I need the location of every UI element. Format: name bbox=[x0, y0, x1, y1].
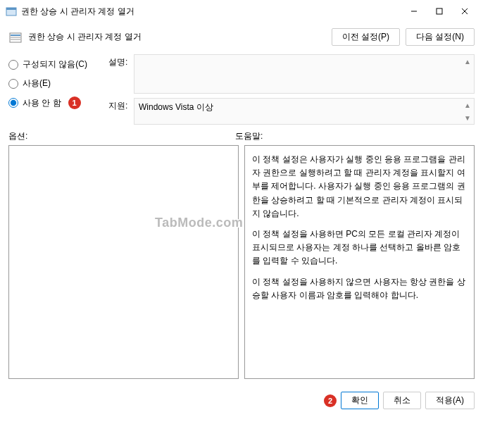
minimize-button[interactable] bbox=[401, 1, 427, 21]
support-value: Windows Vista 이상 bbox=[139, 101, 213, 113]
header-row: 권한 상승 시 관리자 계정 열거 이전 설정(P) 다음 설정(N) bbox=[8, 28, 475, 46]
scroll-up-icon: ▲ bbox=[463, 56, 472, 66]
close-button[interactable] bbox=[452, 1, 477, 21]
window-title: 권한 상승 시 관리자 계정 열거 bbox=[21, 6, 401, 18]
description-label: 설명: bbox=[108, 54, 128, 94]
annotation-badge-1: 1 bbox=[68, 97, 81, 109]
radio-group: 구성되지 않음(C) 사용(E) 사용 안 함 1 bbox=[8, 54, 100, 125]
help-paragraph: 이 정책 설정을 사용하면 PC의 모든 로컬 관리자 계정이 표시되므로 사용… bbox=[252, 228, 467, 268]
help-paragraph: 이 정책 설정을 사용하지 않으면 사용자는 항상 권한을 상승할 사용자 이름… bbox=[252, 275, 467, 302]
radio-disabled[interactable]: 사용 안 함 1 bbox=[8, 97, 100, 109]
radio-enabled-label: 사용(E) bbox=[23, 77, 51, 89]
radio-not-configured-input[interactable] bbox=[8, 60, 18, 70]
window-icon bbox=[6, 6, 17, 17]
maximize-button[interactable] bbox=[427, 1, 452, 21]
svg-rect-3 bbox=[437, 8, 442, 14]
radio-disabled-label: 사용 안 함 bbox=[23, 97, 61, 109]
svg-rect-1 bbox=[6, 8, 16, 10]
description-field: ▲ bbox=[134, 54, 475, 94]
radio-disabled-input[interactable] bbox=[8, 98, 18, 108]
page-title: 권한 상승 시 관리자 계정 열거 bbox=[28, 31, 326, 43]
window-controls bbox=[401, 1, 477, 21]
titlebar: 권한 상승 시 관리자 계정 열거 bbox=[0, 0, 483, 23]
button-bar: 2 확인 취소 적용(A) bbox=[0, 385, 483, 413]
svg-rect-9 bbox=[11, 39, 20, 40]
options-section-label: 옵션: bbox=[8, 130, 235, 142]
radio-enabled-input[interactable] bbox=[8, 79, 18, 89]
support-field: Windows Vista 이상 ▲ ▼ bbox=[134, 98, 475, 125]
cancel-button[interactable]: 취소 bbox=[383, 392, 421, 409]
svg-rect-8 bbox=[11, 37, 20, 38]
next-setting-button[interactable]: 다음 설정(N) bbox=[406, 28, 475, 46]
annotation-badge-2: 2 bbox=[324, 394, 337, 407]
prev-setting-button[interactable]: 이전 설정(P) bbox=[332, 28, 400, 46]
radio-not-configured[interactable]: 구성되지 않음(C) bbox=[8, 58, 100, 70]
scroll-down-icon: ▼ bbox=[463, 113, 472, 123]
radio-enabled[interactable]: 사용(E) bbox=[8, 77, 100, 89]
apply-button[interactable]: 적용(A) bbox=[425, 392, 475, 409]
support-label: 지원: bbox=[108, 98, 128, 125]
policy-icon bbox=[8, 30, 23, 44]
help-paragraph: 이 정책 설정은 사용자가 실행 중인 응용 프로그램을 관리자 권한으로 실행… bbox=[252, 153, 467, 220]
radio-not-configured-label: 구성되지 않음(C) bbox=[23, 58, 87, 70]
scroll-up-icon: ▲ bbox=[463, 100, 472, 110]
options-panel bbox=[8, 145, 239, 379]
svg-rect-7 bbox=[11, 35, 20, 36]
help-panel: 이 정책 설정은 사용자가 실행 중인 응용 프로그램을 관리자 권한으로 실행… bbox=[244, 145, 475, 379]
help-section-label: 도움말: bbox=[235, 130, 263, 142]
ok-button[interactable]: 확인 bbox=[341, 392, 379, 409]
